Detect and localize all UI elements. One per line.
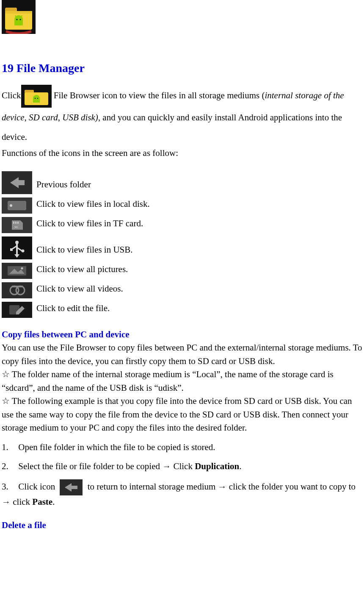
copy-star1: ☆ The folder name of the internal storag… [2, 368, 364, 395]
func-row-previous: Previous folder [2, 171, 364, 194]
func-row-edit: Click to edit the file. [2, 302, 364, 318]
page-title: 19 File Manager [2, 59, 364, 77]
delete-heading: Delete a file [2, 519, 364, 532]
step-2: 2. Select the file or file folder to be … [2, 460, 364, 473]
step2-post: . [239, 461, 241, 471]
svg-point-12 [37, 98, 38, 99]
edit-file-icon [2, 302, 32, 318]
step2-pre: Select the file or file folder to be cop… [18, 461, 195, 471]
videos-icon [2, 282, 32, 298]
svg-rect-3 [5, 11, 32, 14]
step1-num: 1. [2, 441, 16, 454]
func-label-tf: Click to view files in TF card. [36, 217, 143, 233]
func-label-videos: Click to view all videos. [36, 282, 123, 298]
func-label-pictures: Click to view all pictures. [36, 263, 128, 279]
copy-star2: ☆ The following example is that you copy… [2, 395, 364, 435]
intro-pre: Click [2, 90, 21, 100]
func-label-usb: Click to view files in USB. [36, 243, 133, 259]
svg-point-4 [16, 19, 17, 20]
svg-rect-21 [17, 222, 19, 224]
func-label-previous: Previous folder [36, 178, 91, 194]
svg-point-5 [19, 19, 21, 20]
step-3: 3. Click icon to return to internal stor… [2, 479, 364, 509]
svg-point-11 [34, 98, 35, 99]
step2-num: 2. [2, 460, 16, 473]
svg-rect-19 [13, 222, 14, 224]
svg-rect-30 [8, 266, 26, 275]
back-arrow-icon [2, 171, 32, 194]
app-icon-large [2, 0, 364, 34]
step2-bold: Duplication [195, 461, 239, 471]
copy-p1: You can use the File Browser to copy fil… [2, 341, 364, 368]
func-label-local: Click to view files in local disk. [36, 197, 150, 214]
svg-rect-26 [10, 248, 13, 251]
svg-point-32 [21, 267, 23, 269]
func-row-tf: SD Click to view files in TF card. [2, 217, 364, 233]
intro-after-icon: File Browser icon to view the files in a… [54, 90, 265, 100]
func-label-edit: Click to edit the file. [36, 302, 110, 318]
svg-rect-20 [15, 222, 17, 224]
file-manager-app-icon [2, 0, 36, 34]
intro-paragraph: Click File Browser icon to view the file… [2, 85, 364, 147]
usb-icon [2, 236, 32, 259]
svg-rect-36 [12, 286, 23, 287]
step3-bold: Paste [32, 497, 52, 507]
func-row-videos: Click to view all videos. [2, 282, 364, 298]
file-manager-icon [21, 85, 52, 108]
svg-rect-33 [2, 282, 32, 298]
svg-point-17 [10, 204, 12, 207]
func-row-local: Click to view files in local disk. [2, 197, 364, 214]
sd-card-icon: SD [2, 217, 32, 233]
svg-text:SD: SD [14, 226, 18, 228]
step-1: 1. Open file folder in which the file to… [2, 441, 364, 454]
step3-pre: Click icon [18, 481, 57, 492]
step3-num: 3. [2, 480, 16, 494]
func-row-usb: Click to view files in USB. [2, 236, 364, 259]
pictures-icon [2, 263, 32, 279]
step1-text: Open file folder in which the file to be… [18, 442, 215, 452]
functions-heading: Functions of the icons in the screen are… [2, 147, 364, 160]
local-disk-icon [2, 197, 32, 214]
func-row-pictures: Click to view all pictures. [2, 263, 364, 279]
svg-point-27 [22, 249, 25, 252]
step3-post: . [52, 497, 55, 507]
copy-heading: Copy files between PC and device [2, 328, 364, 342]
back-arrow-icon-inline [60, 479, 83, 495]
